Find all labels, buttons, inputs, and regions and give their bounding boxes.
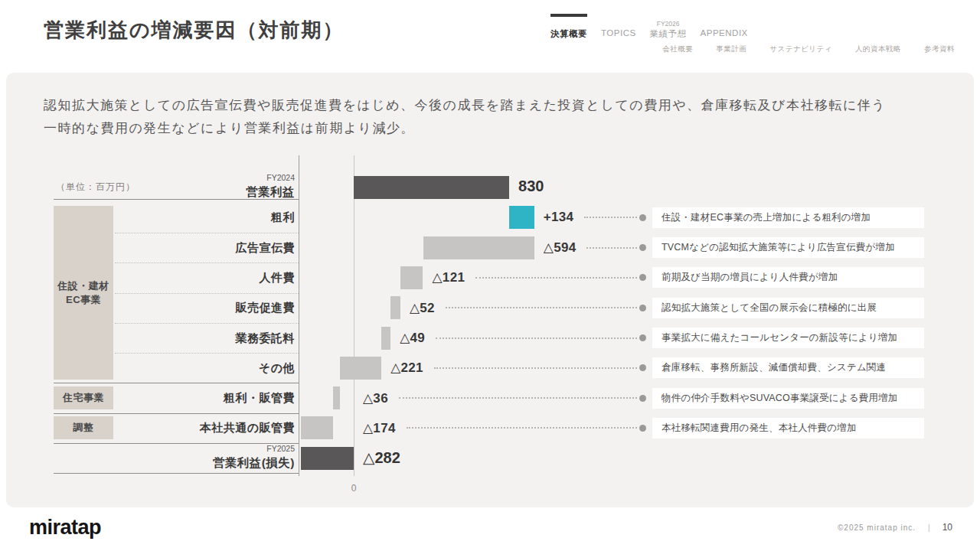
copyright-text: ©2025 miratap inc. [838, 523, 916, 532]
value-leader-row: △49 [400, 330, 637, 347]
row-label-text: 広告宣伝費 [54, 240, 295, 256]
bar-segment [381, 327, 390, 350]
value-label: 830 [518, 178, 544, 195]
annotation-box: 倉庫移転、事務所新設、減価償却費、システム関連 [652, 357, 924, 378]
value-leader-row: △121 [433, 269, 637, 286]
miratap-logo: miratap [29, 516, 101, 540]
leader-line [436, 337, 637, 339]
value-label: △121 [433, 269, 466, 285]
annotation-box: 前期及び当期の増員により人件費が増加 [652, 267, 924, 288]
bar-segment [354, 176, 509, 199]
value-label: △52 [410, 300, 435, 316]
annotation-text: 倉庫移転、事務所新設、減価償却費、システム関連 [652, 361, 886, 374]
annotation-box: 事業拡大に備えたコールセンターの新設等により増加 [652, 328, 924, 348]
bar-segment [301, 416, 334, 439]
zero-gridline [354, 155, 354, 476]
row-separator-dotted [115, 233, 299, 233]
leader-dot [639, 425, 646, 432]
footer-meta: ©2025 miratap inc. | 10 [838, 522, 952, 533]
leader-line [407, 427, 637, 429]
leader-dot [639, 364, 646, 371]
row-label-block: FY2025営業利益(損失) [54, 442, 295, 474]
leader-line [475, 277, 637, 279]
value-label: △594 [544, 240, 577, 256]
annotation-box: 住設・建材EC事業の売上増加による粗利の増加 [652, 207, 924, 228]
value-leader-row: △221 [390, 360, 637, 377]
row-label-text: 販売促進費 [54, 299, 295, 316]
leader-dot [639, 305, 646, 311]
row-label-text: 営業利益(損失) [54, 455, 295, 471]
annotation-text: 物件の仲介手数料やSUVACO事業譲受による費用増加 [652, 392, 898, 405]
bar-segment [423, 236, 534, 259]
row-separator-dotted [115, 323, 299, 324]
row-separator-solid [54, 383, 299, 383]
leader-line [446, 307, 637, 308]
leader-dot [639, 395, 646, 402]
row-label-text: 粗利 [54, 209, 295, 226]
annotation-box: 物件の仲介手数料やSUVACO事業譲受による費用増加 [652, 388, 924, 409]
value-label: △36 [363, 390, 388, 406]
leader-line [584, 217, 637, 218]
bar-segment [390, 296, 400, 319]
bar-segment [301, 447, 354, 470]
value-leader-row: △174 [363, 419, 637, 436]
leader-line [434, 367, 637, 369]
annotation-text: 前期及び当期の増員により人件費が増加 [652, 271, 838, 284]
page-number: 10 [942, 522, 952, 533]
row-label-text: 本社共通の販管費 [54, 419, 295, 436]
segment-group-box: 住設・建材 EC事業 [54, 206, 113, 380]
waterfall-chart: 0（単位：百万円）住設・建材 EC事業住宅事業調整FY2024営業利益830粗利… [0, 0, 980, 551]
value-leader-row: +134 [544, 209, 637, 226]
value-label: △282 [363, 448, 400, 467]
value-leader-row: △594 [544, 240, 637, 256]
annotation-text: 事業拡大に備えたコールセンターの新設等により増加 [652, 331, 897, 344]
row-separator-dotted [115, 353, 299, 354]
leader-dot [639, 214, 646, 221]
annotation-text: 認知拡大施策として全国の展示会に積極的に出展 [652, 302, 877, 315]
annotation-text: 本社移転関連費用の発生、本社人件費の増加 [652, 422, 857, 435]
value-leader-row: △36 [363, 390, 637, 406]
zero-tick-label: 0 [346, 483, 361, 494]
row-label-text: 営業利益 [54, 184, 295, 201]
bar-segment [400, 266, 423, 289]
row-label-text: その他 [54, 360, 295, 377]
annotation-box: 認知拡大施策として全国の展示会に積極的に出展 [652, 298, 924, 318]
value-label: +134 [544, 210, 574, 225]
y-axis-line [299, 155, 299, 476]
row-label-text: 粗利・販管費 [54, 390, 295, 406]
value-label: △221 [390, 360, 423, 376]
bar-segment [509, 206, 534, 229]
footer-divider: | [928, 523, 930, 532]
row-label-block: FY2024営業利益 [54, 171, 295, 204]
value-label: △49 [400, 330, 425, 346]
bar-segment [340, 357, 381, 380]
leader-dot [639, 334, 646, 341]
bar-segment [333, 386, 340, 409]
leader-line [399, 397, 637, 399]
annotation-text: 住設・建材EC事業の売上増加による粗利の増加 [652, 211, 871, 224]
leader-dot [639, 274, 646, 281]
row-separator-dotted [115, 293, 299, 294]
annotation-text: TVCMなどの認知拡大施策等により広告宣伝費が増加 [652, 241, 895, 254]
row-fy-label: FY2025 [54, 442, 295, 455]
row-separator-solid [54, 413, 299, 414]
leader-dot [639, 244, 646, 251]
row-fy-label: FY2024 [54, 171, 295, 184]
annotation-box: 本社移転関連費用の発生、本社人件費の増加 [652, 418, 924, 439]
row-label-text: 人件費 [54, 269, 295, 286]
leader-line [586, 247, 637, 249]
row-label-text: 業務委託料 [54, 330, 295, 347]
row-separator-dotted [115, 262, 299, 263]
annotation-box: TVCMなどの認知拡大施策等により広告宣伝費が増加 [652, 237, 924, 258]
value-label: △174 [363, 420, 396, 436]
value-leader-row: △52 [410, 299, 637, 316]
